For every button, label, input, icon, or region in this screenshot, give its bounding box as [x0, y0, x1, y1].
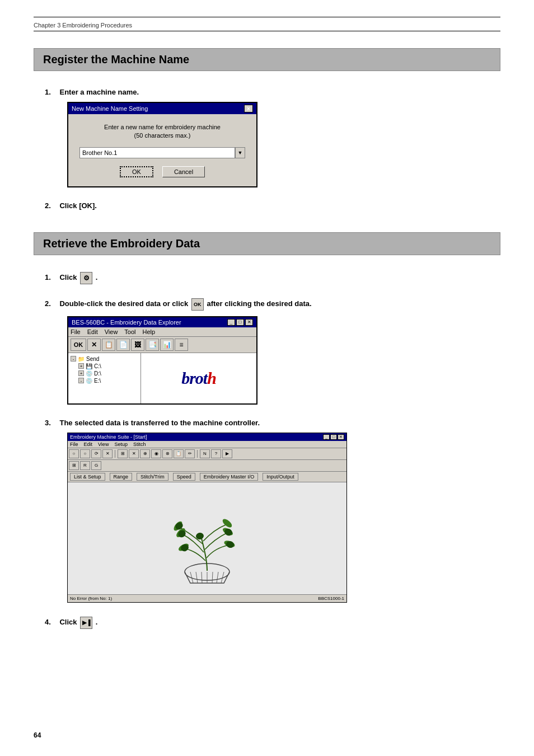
section1-step1: 1. Enter a machine name. New Machine Nam… [34, 88, 500, 187]
tree-item-c[interactable]: + 💾 C:\ [71, 363, 138, 370]
tab-input-output[interactable]: Input/Output [263, 473, 298, 481]
step2-label: 2. Click [OK]. [45, 201, 500, 210]
section2-step3: 3. The selected data is transferred to t… [34, 419, 500, 603]
menu-help[interactable]: Help [143, 328, 156, 335]
embroidery-design [151, 488, 263, 589]
app-tb-12[interactable]: N [200, 449, 210, 458]
ok-inline-icon: OK [191, 298, 204, 311]
app-tb-7[interactable]: ⊕ [140, 449, 150, 458]
app-close[interactable]: ✕ [338, 434, 344, 440]
expand-d[interactable]: + [78, 370, 84, 376]
toolbar-list[interactable]: ≡ [175, 339, 188, 351]
dialog-body: Enter a new name for embroidery machine … [68, 114, 256, 186]
section1-step2: 2. Click [OK]. [34, 201, 500, 210]
section2-step1: 1. Click ⚙ . [34, 272, 500, 284]
svg-line-2 [196, 572, 198, 583]
toolbar-ok[interactable]: OK [71, 339, 86, 351]
app-tb-4[interactable]: ✕ [102, 449, 113, 458]
toolbar-paste[interactable]: 📄 [116, 339, 130, 351]
app-tabs: List & Setup Range Stitch/Trim Speed Emb… [68, 472, 346, 482]
app-maximize[interactable]: □ [330, 434, 337, 440]
section2-step4: 4. Click ▶▐ . [34, 617, 500, 629]
app-tb-9[interactable]: ⊗ [162, 449, 172, 458]
svg-line-6 [217, 572, 218, 583]
svg-line-5 [212, 572, 213, 583]
folder-icon-c: 💾 [86, 363, 92, 369]
app-tb-3[interactable]: ⟳ [91, 449, 101, 458]
app-screenshot: Embroidery Machine Suite - [Start] _ □ ✕… [67, 433, 347, 603]
svg-point-13 [221, 518, 233, 529]
menu-edit[interactable]: Edit [87, 328, 98, 335]
app-tb-s2[interactable]: R [80, 461, 90, 470]
app-tb-10[interactable]: 📋 [174, 449, 184, 458]
app-tb-5[interactable]: ⊞ [118, 449, 128, 458]
tab-range[interactable]: Range [110, 473, 133, 481]
brother-logo: broth [181, 369, 216, 388]
app-menu-edit[interactable]: Edit [84, 442, 93, 447]
section2-step4-label: 4. Click ▶▐ . [45, 617, 500, 629]
app-tb-s1[interactable]: ⊞ [69, 461, 79, 470]
toolbar-image[interactable]: 🖼 [131, 339, 144, 351]
app-tb-2[interactable]: ○ [80, 449, 90, 458]
explorer-body: - 📁 Send + 💾 C:\ + 💿 D:\ [68, 353, 256, 403]
app-tb-1[interactable]: ○ [69, 449, 79, 458]
svg-line-3 [202, 572, 202, 583]
explorer-close[interactable]: ✕ [245, 319, 253, 326]
dialog-prompt: Enter a new name for embroidery machine … [79, 123, 245, 140]
dropdown-button[interactable]: ▼ [235, 147, 245, 158]
app-tb-13[interactable]: ? [211, 449, 221, 458]
app-content [68, 482, 346, 594]
app-tb-14[interactable]: ▶ [222, 449, 232, 458]
app-menu-file[interactable]: File [70, 442, 78, 447]
dialog-titlebar: New Machine Name Setting × [68, 103, 256, 114]
section2-step2-label: 2. Double-click the desired data or clic… [45, 298, 500, 311]
explorer-menubar: File Edit View Tool Help [68, 327, 256, 337]
tree-item-e[interactable]: - 💿 E:\ [71, 377, 138, 384]
section2-title: Retrieve the Embroidery Data [34, 232, 500, 255]
app-menu-setup[interactable]: Setup [114, 442, 128, 447]
section2-step3-label: 3. The selected data is transferred to t… [45, 419, 500, 427]
section2-step1-label: 1. Click ⚙ . [45, 272, 500, 284]
dialog-close-button[interactable]: × [244, 105, 253, 112]
app-menubar: File Edit View Setup Stitch [68, 441, 346, 448]
explorer-minimize[interactable]: _ [227, 319, 235, 326]
toolbar-doc1[interactable]: 📑 [146, 339, 159, 351]
dialog-buttons: OK Cancel [79, 166, 245, 177]
toolbar-doc2[interactable]: 📊 [160, 339, 174, 351]
tab-stitch-trim[interactable]: Stitch/Trim [137, 473, 168, 481]
app-minimize[interactable]: _ [323, 434, 330, 440]
step1-label: 1. Enter a machine name. [45, 88, 500, 96]
menu-tool[interactable]: Tool [124, 328, 135, 335]
folder-icon-e: 💿 [86, 378, 92, 384]
app-tb-6[interactable]: ✕ [129, 449, 139, 458]
ok-button[interactable]: OK [120, 166, 153, 177]
expand-send[interactable]: - [71, 356, 76, 361]
expand-c[interactable]: + [78, 363, 84, 369]
tree-item-d[interactable]: + 💿 D:\ [71, 370, 138, 377]
svg-point-15 [177, 529, 187, 539]
tab-list-setup[interactable]: List & Setup [70, 473, 105, 481]
dialog-input-row: ▼ [79, 147, 245, 158]
app-titlebar: Embroidery Machine Suite - [Start] _ □ ✕ [68, 433, 346, 441]
app-statusbar: No Error (from No: 1) BBCS1000-1 [68, 594, 346, 602]
explorer-maximize[interactable]: □ [236, 319, 244, 326]
cancel-button[interactable]: Cancel [162, 166, 205, 177]
machine-name-input[interactable] [79, 147, 235, 158]
app-tb-11[interactable]: ✏ [185, 449, 195, 458]
folder-icon-d: 💿 [86, 370, 92, 377]
explorer-preview: broth [141, 353, 256, 403]
explorer-titlebar: BES-560BC - Embroidery Data Explorer _ □… [68, 317, 256, 327]
tab-speed[interactable]: Speed [173, 473, 195, 481]
toolbar-copy[interactable]: 📋 [102, 339, 115, 351]
toolbar-cancel[interactable]: ✕ [87, 339, 101, 351]
menu-file[interactable]: File [71, 328, 81, 335]
app-tb-s3[interactable]: G [91, 461, 101, 470]
tab-embroidery-master[interactable]: Embroidery Master I/O [200, 473, 259, 481]
app-menu-stitch[interactable]: Stitch [133, 442, 146, 447]
expand-e[interactable]: - [78, 378, 84, 383]
app-menu-view[interactable]: View [98, 442, 109, 447]
menu-view[interactable]: View [105, 328, 118, 335]
tree-item-send[interactable]: - 📁 Send [71, 355, 138, 363]
explorer-tree: - 📁 Send + 💾 C:\ + 💿 D:\ [68, 353, 141, 403]
app-tb-8[interactable]: ◉ [151, 449, 161, 458]
